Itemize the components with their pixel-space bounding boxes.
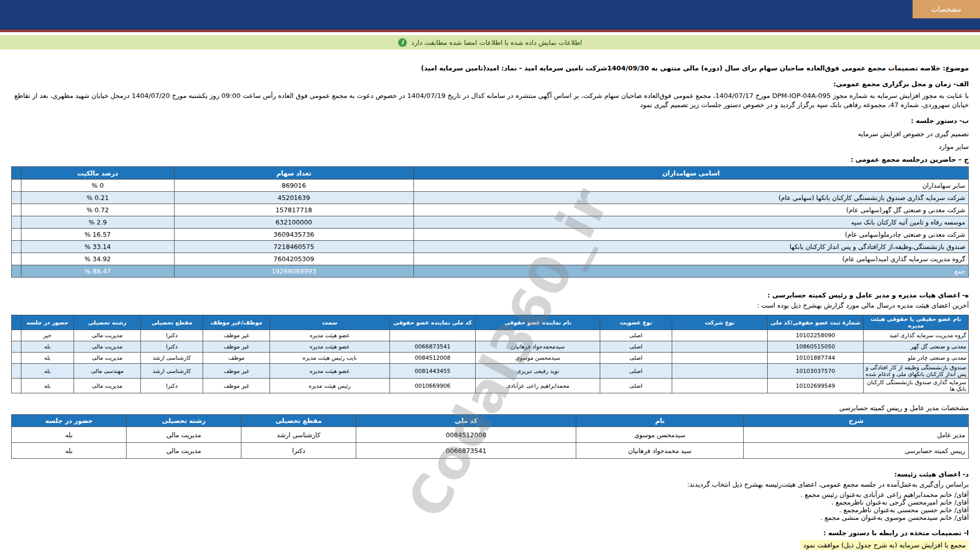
registration-id: 10103037570 [768,364,864,379]
member-name: گروه مدیریت سرمایه گذاری امید [863,330,968,341]
table-header-row: اسامی سهامداران تعداد سهام درصد مالکیت [12,167,969,180]
company-type [672,379,768,393]
total-shares: 19268089993 [174,265,413,278]
person-name: سیدمحسن موسوی [576,427,744,443]
column-ownership-percent: درصد مالکیت [21,167,174,180]
approval-highlight: مجمع با افزایش سرمایه (به شرح جدول ذیل) … [800,540,969,550]
section-a-body: با عنایت به مجوز افزایش سرمایه به شماره … [11,91,969,110]
column-attendance: حضور در جلسه [12,415,127,427]
tab-specifications[interactable]: مشخصات [913,0,980,18]
header-accent-bar [0,30,980,32]
duty-status: موظف [203,353,270,364]
column-position: سمت [270,315,389,330]
column-empty [12,315,21,330]
section-b-title: ب- دستور جلسه : [11,116,969,125]
registration-id: 10102699549 [768,379,864,393]
representative-name: نوید رفیعی تبریزی [476,364,600,379]
shareholder-name: شرکت معدنی و صنعتی گل گهر(سهامی عام) [413,204,969,216]
attendance: بله [21,364,74,379]
column-representative-id: کد ملی نماینده عضو حقوقی [389,315,476,330]
table-row: گروه مدیریت سرمایه گذاری امید(سهامی عام)… [12,253,969,265]
table-row: سرمایه گذاری صندوق بازنشستگی کارکنان بان… [12,379,969,393]
section-f-title: ا- تصمیمات متخذه در رابطه با دستور جلسه … [11,529,969,537]
representative-name: محمدابراهیم راعی عزآبادی [476,379,600,393]
ceo-table-title: مشخصات مدیر عامل و رییس کمیته حسابرسی [11,404,969,412]
top-header: مشخصات [0,0,980,30]
section-e-title: ه- اعضای هیات مدیره و مدیر عامل و رئیس ک… [11,291,969,299]
ownership-percent: 0.21 % [21,192,174,204]
section-d-subtitle: براساس رأی‌گیری به‌عمل‌آمده در جلسه مجمع… [11,480,969,489]
column-shareholder-names: اسامی سهامداران [413,167,969,180]
ownership-percent: 16.57 % [21,229,174,241]
section-d-title: د- اعضای هیئت رئیسه: [11,470,969,479]
table-row: معدنی و صنعتی چادر ملو 10101887744 اصلی … [12,353,969,364]
info-icon: i [398,38,407,47]
column-education-field: رشته تحصیلی [127,415,241,427]
document-body: Codal360_ir موضوع: خلاصه تصمیمات مجمع عم… [0,64,980,551]
role-description: رییس کمیته حسابرسی [744,443,969,459]
education-level: دکترا [141,330,203,341]
column-company-type: نوع شرکت [672,315,768,330]
membership-type: اصلی [600,330,672,341]
table-header-row: شرح نام کد ملی مقطع تحصیلی رشته تحصیلی ح… [12,415,969,427]
subject-line: موضوع: خلاصه تصمیمات مجمع عمومی فوق‌العا… [11,64,969,72]
presiding-member: آقای/ خانم محمدابراهیم راعی عزآبادی به‌ع… [11,491,969,498]
duty-status: غیر موظف [203,364,270,379]
agenda-item: سایر موارد [11,142,969,151]
section-e-subtitle: آخرین اعضای هیئت مدیره درسال مالی مورد گ… [11,301,969,310]
member-name: معدنی و صنعتی گل گهر [863,341,968,353]
board-members-table: نام عضو حقیقی یا حقوقی هیئت مدیره شمارهٔ… [11,315,969,393]
signature-match-notice: اطلاعات نمایش داده شده با اطلاعات امضا ش… [0,35,980,49]
position: عضو هیئت مدیره [270,330,389,341]
education-field: مهندسی مالی [74,364,140,379]
share-count: 45201639 [174,192,413,204]
total-percent: 88.47 % [21,265,174,278]
shareholder-name: شرکت معدنی و صنعتی چادرملو(سهامی عام) [413,229,969,241]
member-name: معدنی و صنعتی چادر ملو [863,353,968,364]
representative-name: سیدمحمدجواد فرهانیان [476,341,600,353]
ownership-percent: 0 % [21,180,174,192]
column-member-name: نام عضو حقیقی یا حقوقی هیئت مدیره [863,315,968,330]
shareholder-name: شرکت سرمایه گذاری صندوق بازنشستگی کارکنا… [413,192,969,204]
table-row: شرکت سرمایه گذاری صندوق بازنشستگی کارکنا… [12,192,969,204]
attendees-table: اسامی سهامداران تعداد سهام درصد مالکیت س… [11,166,969,278]
education-field: مدیریت مالی [74,341,140,353]
education-level: دکترا [241,443,356,459]
table-row: مدیر عامل سیدمحسن موسوی 0084512008 کارشن… [12,427,969,443]
section-a-title: الف- زمان و محل برگزاری مجمع عمومی: [11,80,969,88]
share-count: 157817718 [174,204,413,216]
company-type [672,341,768,353]
person-name: سید محمدجواد فرهانیان [576,443,744,459]
column-duty-status: موظف/غیر موظف [203,315,270,330]
education-field: مدیریت مالی [74,353,140,364]
member-name: صندوق بازنشستگی وظیفه از کار افتادگی و پ… [863,364,968,379]
column-description: شرح [744,415,969,427]
shareholder-name: صندوق بازنشستگی،وظیفه،از کارافتادگی و پس… [413,241,969,253]
column-registration-id: شمارهٔ ثبت عضو حقوقی/کد ملی [768,315,864,330]
section-c-title: ج – حاضرین درجلسه مجمع عمومی : [11,155,969,164]
education-field: مدیریت مالی [74,379,140,393]
table-header-row: نام عضو حقیقی یا حقوقی هیئت مدیره شمارهٔ… [12,315,969,330]
table-row: شرکت معدنی و صنعتی چادرملو(سهامی عام) 36… [12,229,969,241]
attendance: بله [21,341,74,353]
column-membership-type: نوع عضویت [600,315,672,330]
position: نایب رئیس هیئت مدیره [270,353,389,364]
table-row: سایر سهامداران 869016 0 % [12,180,969,192]
table-row: گروه مدیریت سرمایه گذاری امید 1010225809… [12,330,969,341]
ownership-percent: 34.92 % [21,253,174,265]
education-level: دکترا [141,379,203,393]
representative-id: 0010669906 [389,379,476,393]
share-count: 7218460575 [174,241,413,253]
registration-id: 10860515050 [768,341,864,353]
ceo-audit-table: شرح نام کد ملی مقطع تحصیلی رشته تحصیلی ح… [11,414,969,459]
membership-type: اصلی [600,341,672,353]
column-education-level: مقطع تحصیلی [241,415,356,427]
attendance: بله [21,379,74,393]
column-education-field: رشته تحصیلی [74,315,140,330]
position: عضو هیئت مدیره [270,341,389,353]
position: رئیس هیئت مدیره [270,379,389,393]
duty-status: غیر موظف [203,379,270,393]
representative-id: 0066873541 [389,341,476,353]
column-national-id: کد ملی [356,415,576,427]
national-id: 0084512008 [356,427,576,443]
